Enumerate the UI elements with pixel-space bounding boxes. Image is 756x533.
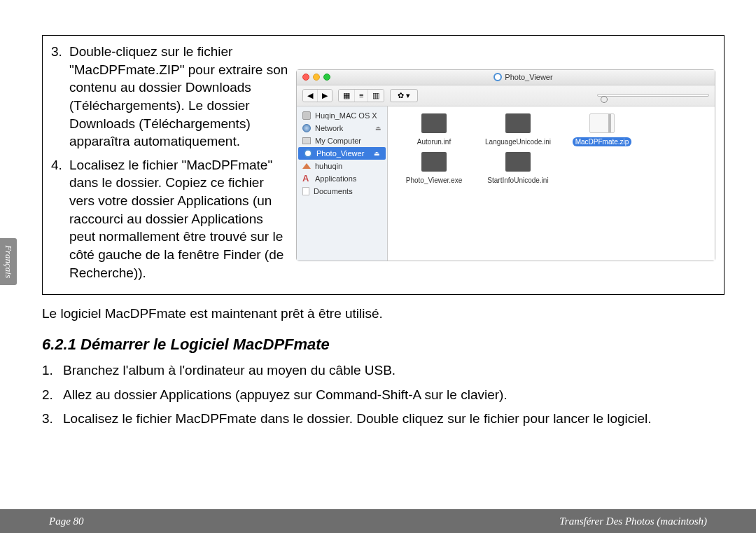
footer-section: Transférer Des Photos (macintosh) bbox=[559, 515, 707, 527]
sidebar-item[interactable]: Photo_Viewer⏏ bbox=[298, 147, 386, 160]
app-icon: A bbox=[302, 174, 311, 183]
file-label: LanguageUnicode.ini bbox=[482, 137, 554, 146]
icon-view-icon[interactable]: ▦ bbox=[339, 90, 355, 102]
comp-icon bbox=[302, 137, 311, 144]
page-footer: Page 80 Transférer Des Photos (macintosh… bbox=[0, 509, 756, 533]
sidebar-item[interactable]: Network⏏ bbox=[297, 122, 387, 134]
instruction-box: Double-cliquez sur le fichier "MacDPFmat… bbox=[42, 35, 724, 295]
back-icon[interactable]: ◀ bbox=[303, 90, 318, 102]
section-heading: 6.2.1 Démarrer le Logiciel MacDPFmate bbox=[42, 335, 724, 354]
list-number: 3. bbox=[42, 409, 53, 429]
page-content: Double-cliquez sur le fichier "MacDPFmat… bbox=[42, 35, 724, 434]
sidebar-item-label: Huqin_MAC OS X bbox=[315, 111, 377, 120]
footer-page: Page 80 bbox=[49, 515, 84, 527]
file-label: Autorun.inf bbox=[414, 137, 454, 146]
sidebar-item-label: Documents bbox=[314, 187, 353, 195]
nav-buttons[interactable]: ◀ ▶ bbox=[302, 89, 332, 102]
file-item[interactable]: Autorun.inf bbox=[392, 113, 476, 146]
search-input[interactable] bbox=[597, 94, 709, 97]
column-view-icon[interactable]: ▥ bbox=[368, 90, 384, 102]
finder-content: Autorun.infLanguageUnicode.iniMacDPFmate… bbox=[388, 106, 715, 261]
action-menu[interactable]: ✿ ▾ bbox=[390, 89, 418, 102]
sidebar-item[interactable]: AApplications bbox=[297, 172, 387, 185]
eject-icon[interactable]: ⏏ bbox=[374, 150, 380, 157]
list-text: Allez au dossier Applications (appuyez s… bbox=[63, 387, 507, 402]
list-item: 3.Localisez le fichier MacDPFmate dans l… bbox=[42, 409, 724, 429]
file-item[interactable]: Photo_Viewer.exe bbox=[392, 152, 476, 185]
file-icon bbox=[505, 152, 531, 172]
sidebar-item[interactable]: huhuqin bbox=[297, 160, 387, 172]
file-item[interactable]: MacDPFmate.zip bbox=[560, 113, 644, 146]
file-item[interactable]: StartInfoUnicode.ini bbox=[476, 152, 560, 185]
window-title: Photo_Viewer bbox=[337, 73, 709, 81]
finder-titlebar: Photo_Viewer bbox=[297, 70, 715, 85]
close-icon[interactable] bbox=[302, 74, 309, 81]
file-label: StartInfoUnicode.ini bbox=[484, 176, 551, 185]
list-text: Localisez le fichier MacDPFmate dans le … bbox=[63, 411, 652, 426]
forward-icon[interactable]: ▶ bbox=[318, 90, 332, 102]
sidebar-item-label: Network bbox=[315, 124, 343, 132]
finder-sidebar: Huqin_MAC OS XNetwork⏏My ComputerPhoto_V… bbox=[297, 106, 388, 261]
list-number: 1. bbox=[42, 361, 53, 381]
cd-icon bbox=[304, 149, 312, 158]
list-text: Branchez l'album à l'ordinateur au moyen… bbox=[63, 363, 396, 378]
window-controls bbox=[302, 74, 330, 81]
sidebar-item[interactable]: Huqin_MAC OS X bbox=[297, 109, 387, 122]
eject-icon[interactable]: ⏏ bbox=[375, 125, 382, 132]
step-3: Double-cliquez sur le fichier "MacDPFmat… bbox=[51, 43, 289, 151]
file-label: MacDPFmate.zip bbox=[573, 137, 632, 146]
step-4: Localisez le fichier "MacDPFmate" dans l… bbox=[51, 156, 289, 282]
home-icon bbox=[302, 163, 311, 169]
sidebar-item[interactable]: Documents bbox=[297, 185, 387, 198]
file-icon bbox=[505, 113, 531, 133]
list-view-icon[interactable]: ≡ bbox=[355, 90, 368, 102]
sidebar-item-label: Photo_Viewer bbox=[316, 149, 364, 158]
finder-window: Photo_Viewer ◀ ▶ ▦ ≡ ▥ ✿ ▾ bbox=[296, 69, 715, 261]
instruction-column: Double-cliquez sur le fichier "MacDPFmat… bbox=[51, 43, 289, 287]
minimize-icon[interactable] bbox=[313, 74, 320, 81]
file-item[interactable]: LanguageUnicode.ini bbox=[476, 113, 560, 146]
doc-icon bbox=[302, 187, 309, 195]
start-steps-list: 1.Branchez l'album à l'ordinateur au moy… bbox=[42, 361, 724, 429]
sidebar-item-label: My Computer bbox=[315, 137, 361, 145]
screenshot-column: Photo_Viewer ◀ ▶ ▦ ≡ ▥ ✿ ▾ bbox=[289, 43, 715, 287]
file-label: Photo_Viewer.exe bbox=[403, 176, 465, 185]
view-buttons[interactable]: ▦ ≡ ▥ bbox=[338, 89, 384, 102]
window-title-text: Photo_Viewer bbox=[505, 73, 552, 81]
sidebar-item-label: huhuqin bbox=[315, 162, 342, 170]
file-icon bbox=[421, 113, 447, 133]
disk-icon bbox=[302, 111, 311, 120]
list-item: 1.Branchez l'album à l'ordinateur au moy… bbox=[42, 361, 724, 381]
sidebar-item-label: Applications bbox=[315, 174, 356, 183]
zoom-icon[interactable] bbox=[323, 74, 330, 81]
file-icon bbox=[421, 152, 447, 172]
language-tab: Français bbox=[0, 238, 17, 285]
sidebar-item[interactable]: My Computer bbox=[297, 134, 387, 147]
file-icon bbox=[589, 113, 615, 133]
ready-text: Le logiciel MacDPFmate est maintenant pr… bbox=[42, 306, 724, 321]
list-number: 2. bbox=[42, 385, 53, 406]
globe-icon bbox=[302, 124, 311, 132]
finder-toolbar: ◀ ▶ ▦ ≡ ▥ ✿ ▾ bbox=[297, 85, 715, 106]
list-item: 2.Allez au dossier Applications (appuyez… bbox=[42, 385, 724, 406]
finder-body: Huqin_MAC OS XNetwork⏏My ComputerPhoto_V… bbox=[297, 106, 715, 261]
cd-icon bbox=[493, 73, 502, 81]
